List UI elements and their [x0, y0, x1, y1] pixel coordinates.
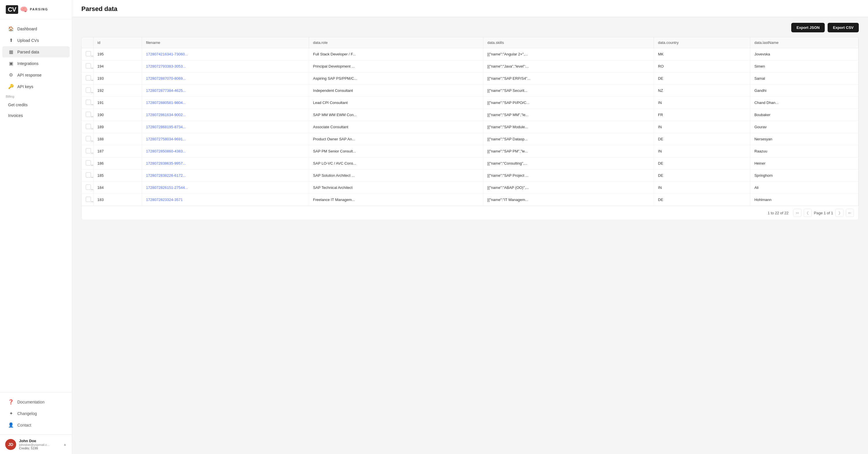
col-id: id: [93, 37, 142, 48]
row-skills: [{"name":"SAP Securit...: [483, 85, 654, 97]
row-checkbox[interactable]: [86, 100, 91, 105]
row-skills: [{"name":"SAP MM","le...: [483, 109, 654, 121]
logo-brand-name: PARSING: [30, 7, 48, 11]
filename-link[interactable]: 1728072880581-9804...: [146, 101, 186, 105]
filename-link[interactable]: 1728072793383-3053...: [146, 64, 186, 68]
filename-link[interactable]: 1728072868195-8734...: [146, 125, 186, 129]
pagination-next-button[interactable]: ❯: [835, 209, 843, 217]
pagination-page-label: Page 1 of 1: [814, 211, 833, 215]
row-filename[interactable]: 1728072868195-8734...: [142, 121, 309, 133]
filename-link[interactable]: 1728072823324-3571: [146, 198, 183, 202]
sidebar-item-upload-cvs[interactable]: ⬆ Upload CVs: [2, 35, 69, 46]
row-lastname: Boubaker: [750, 109, 859, 121]
avatar: JD: [5, 439, 16, 450]
filename-link[interactable]: 1728072861634-9002...: [146, 113, 186, 117]
filename-link[interactable]: 1728072838635-9957...: [146, 161, 186, 166]
row-filename[interactable]: 1728074216341-73060...: [142, 48, 309, 60]
row-role: SAP MM WM EWM Con...: [309, 109, 483, 121]
table-row: 1931728072887070-8069...Aspiring SAP PS/…: [82, 73, 859, 85]
row-checkbox[interactable]: [86, 136, 91, 141]
row-checkbox[interactable]: [86, 197, 91, 202]
row-lastname: Nersesyan: [750, 133, 859, 145]
row-filename[interactable]: 1728072838226-6172...: [142, 170, 309, 182]
changelog-icon: ✦: [8, 411, 14, 416]
row-filename[interactable]: 1728072838635-9957...: [142, 158, 309, 170]
filename-link[interactable]: 1728072877384-4625...: [146, 88, 186, 93]
chevron-up-icon[interactable]: ▲: [63, 443, 67, 447]
row-checkbox[interactable]: [86, 112, 91, 117]
row-checkbox[interactable]: [86, 75, 91, 81]
row-filename[interactable]: 1728072826151-27544...: [142, 182, 309, 194]
table-row: 1941728072793383-3053...Principal Develo…: [82, 60, 859, 73]
row-filename[interactable]: 1728072758034-9691...: [142, 133, 309, 145]
sidebar-item-documentation[interactable]: ❓ Documentation: [2, 396, 69, 407]
row-checkbox[interactable]: [86, 160, 91, 166]
sidebar-item-get-credits[interactable]: Get credits: [2, 100, 69, 110]
pagination-last-button[interactable]: ⏭: [846, 209, 854, 217]
col-role: data.role: [309, 37, 483, 48]
user-profile-section[interactable]: JD John Doe johndoe@yopmail.c... Credits…: [0, 434, 72, 454]
row-role: Associate Consultant: [309, 121, 483, 133]
filename-link[interactable]: 1728072850860-4383...: [146, 149, 186, 153]
sidebar-item-api-keys[interactable]: 🔑 API keys: [2, 81, 69, 92]
row-country: DE: [654, 133, 750, 145]
row-filename[interactable]: 1728072793383-3053...: [142, 60, 309, 73]
sidebar-item-label: Dashboard: [17, 27, 37, 31]
row-skills: [{"name":"SAP ERP/S4"...: [483, 73, 654, 85]
row-lastname: Heiner: [750, 158, 859, 170]
row-checkbox[interactable]: [86, 185, 91, 190]
table-row: 1951728074216341-73060...Full Stack Deve…: [82, 48, 859, 60]
filename-link[interactable]: 1728074216341-73060...: [146, 52, 188, 56]
row-skills: [{"name":"ABAP (OO)",...: [483, 182, 654, 194]
row-checkbox[interactable]: [86, 148, 91, 153]
sidebar-item-parsed-data[interactable]: ▦ Parsed data: [2, 46, 69, 57]
key-icon: 🔑: [8, 84, 14, 89]
row-filename[interactable]: 1728072823324-3571: [142, 194, 309, 206]
sidebar-item-api-response[interactable]: ⚙ API response: [2, 69, 69, 81]
sidebar-item-dashboard[interactable]: 🏠 Dashboard: [2, 23, 69, 34]
row-checkbox-cell: [82, 97, 93, 109]
row-filename[interactable]: 1728072880581-9804...: [142, 97, 309, 109]
filename-link[interactable]: 1728072758034-9691...: [146, 137, 186, 141]
export-json-button[interactable]: Export JSON: [791, 23, 825, 32]
row-checkbox[interactable]: [86, 63, 91, 68]
row-checkbox-cell: [82, 109, 93, 121]
col-filename: filename: [142, 37, 309, 48]
row-filename[interactable]: 1728072850860-4383...: [142, 145, 309, 158]
row-checkbox[interactable]: [86, 51, 91, 56]
sidebar-item-changelog[interactable]: ✦ Changelog: [2, 408, 69, 419]
pagination: 1 to 22 of 22 ⏮ ❮ Page 1 of 1 ❯ ⏭: [82, 206, 859, 220]
main-content: Parsed data Export JSON Export CSV id fi…: [72, 0, 868, 454]
upload-icon: ⬆: [8, 37, 14, 43]
row-lastname: Jovevska: [750, 48, 859, 60]
pagination-first-button[interactable]: ⏮: [793, 209, 801, 217]
row-filename[interactable]: 1728072887070-8069...: [142, 73, 309, 85]
row-skills: [{"name":"SAP Module...: [483, 121, 654, 133]
table-row: 1901728072861634-9002...SAP MM WM EWM Co…: [82, 109, 859, 121]
row-checkbox[interactable]: [86, 172, 91, 178]
row-lastname: Gandhi: [750, 85, 859, 97]
row-id: 183: [93, 194, 142, 206]
filename-link[interactable]: 1728072826151-27544...: [146, 186, 188, 190]
sidebar-item-label: Documentation: [17, 400, 44, 404]
row-checkbox[interactable]: [86, 124, 91, 129]
row-filename[interactable]: 1728072877384-4625...: [142, 85, 309, 97]
sidebar-item-invoices[interactable]: Invoices: [2, 110, 69, 121]
user-info: John Doe johndoe@yopmail.c... Credits: 5…: [19, 439, 60, 450]
home-icon: 🏠: [8, 26, 14, 31]
row-filename[interactable]: 1728072861634-9002...: [142, 109, 309, 121]
row-lastname: Samal: [750, 73, 859, 85]
row-skills: [{"name":"SAP Project ...: [483, 170, 654, 182]
logo-brain-icon: 🧠: [20, 6, 28, 13]
sidebar-item-contact[interactable]: 👤 Contact: [2, 419, 69, 431]
filename-link[interactable]: 1728072887070-8069...: [146, 76, 186, 81]
content-area: Export JSON Export CSV id filename data.…: [72, 17, 868, 454]
pagination-prev-button[interactable]: ❮: [804, 209, 812, 217]
sidebar-item-integrations[interactable]: ▣ Integrations: [2, 58, 69, 69]
row-checkbox[interactable]: [86, 87, 91, 93]
row-lastname: Gourav: [750, 121, 859, 133]
filename-link[interactable]: 1728072838226-6172...: [146, 173, 186, 178]
row-country: MK: [654, 48, 750, 60]
table-row: 1891728072868195-8734...Associate Consul…: [82, 121, 859, 133]
export-csv-button[interactable]: Export CSV: [828, 23, 859, 32]
